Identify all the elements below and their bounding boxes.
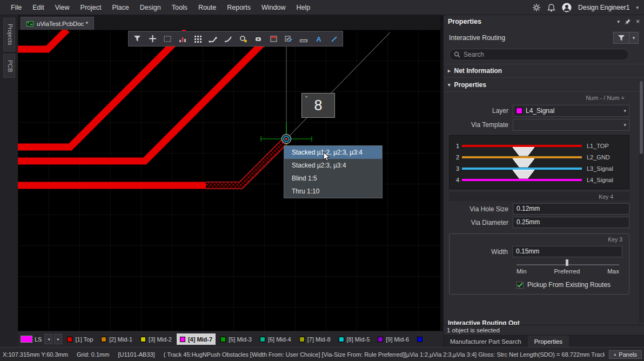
layer-tab-mid6[interactable]: [9] Mid-6 xyxy=(374,333,412,345)
width-group: Key 3 Width 0.15mm Min Preferred Max Pic… xyxy=(449,233,629,295)
menu-item-stacked-123[interactable]: Stacked µ1:2, µ2:3, µ3:4 xyxy=(284,146,382,159)
slider-preferred-label: Preferred xyxy=(554,268,580,275)
user-avatar[interactable] xyxy=(562,3,572,12)
panel-dropdown-icon[interactable]: ▾ xyxy=(617,18,620,25)
menu-project[interactable]: Project xyxy=(75,0,107,15)
route-icon xyxy=(209,35,217,43)
bell-icon[interactable] xyxy=(547,3,555,12)
section-properties[interactable]: ▾ Properties xyxy=(444,78,644,92)
layer-bar: LS ◂ ▸ [1] Top [2] Mid-1 [3] Mid-2 [4] M… xyxy=(18,331,443,347)
columns-icon xyxy=(178,35,187,43)
select-area-button[interactable] xyxy=(160,32,175,45)
pickup-checkbox[interactable]: Pickup From Existing Routes xyxy=(516,281,625,289)
current-layer-chip[interactable]: LS xyxy=(21,336,42,343)
panels-button[interactable]: ▴ Panels xyxy=(609,350,642,359)
via-diameter-input[interactable]: 0.25mm xyxy=(513,217,629,228)
rail-tab-projects[interactable]: Projects xyxy=(3,18,15,51)
layer-tab-mid2[interactable]: [3] Mid-2 xyxy=(137,333,175,345)
hatched-trace xyxy=(206,139,287,185)
menu-item-stacked-23[interactable]: Stacked µ2:3, µ3:4 xyxy=(284,159,382,172)
cursor-coordinates: X:107.315mm Y:60.3mm xyxy=(3,351,68,358)
layer-doc-button[interactable] xyxy=(266,32,280,45)
menu-view[interactable]: View xyxy=(50,0,75,15)
panel-mode-row: Interactive Routing ▾ xyxy=(444,28,644,48)
layer-dropdown[interactable]: L4_Signal ▾ xyxy=(513,105,629,117)
checkbox-checked-icon xyxy=(516,282,524,289)
layer-tab-mid3[interactable]: [5] Mid-3 xyxy=(217,333,255,345)
layer-swatch xyxy=(378,337,383,342)
text-button[interactable]: A xyxy=(312,32,326,45)
section-properties-label: Properties xyxy=(454,81,486,89)
layer-doc-icon xyxy=(270,35,278,43)
line-button[interactable] xyxy=(327,32,341,45)
width-slider-handle[interactable] xyxy=(566,259,568,266)
layer-swatch xyxy=(339,337,344,342)
select-area-icon xyxy=(163,35,172,43)
layer-color-swatch xyxy=(516,108,522,114)
filter-button[interactable] xyxy=(130,32,144,45)
search-placeholder: Search xyxy=(464,51,484,58)
filter-icon xyxy=(618,35,625,42)
route-button[interactable] xyxy=(206,32,220,45)
layer-tab-partial[interactable] xyxy=(414,333,428,345)
user-name[interactable]: Design Engineer1 xyxy=(578,4,629,11)
stack-row-2: 2 L2_GND xyxy=(452,151,626,163)
pickup-checkbox-label: Pickup From Existing Routes xyxy=(527,281,611,289)
menu-help[interactable]: Help xyxy=(291,0,316,15)
via-hole-size-input[interactable]: 0.12mm xyxy=(513,203,629,215)
close-icon[interactable]: × xyxy=(636,18,640,25)
pin-icon[interactable] xyxy=(625,18,631,25)
filter-icon xyxy=(133,35,141,42)
layer-swatch xyxy=(417,337,422,342)
menu-tools[interactable]: Tools xyxy=(166,0,193,15)
measure-button[interactable] xyxy=(297,32,311,45)
via-template-dropdown[interactable]: ▾ xyxy=(513,119,629,131)
menu-item-blind[interactable]: Blind 1:5 xyxy=(284,172,382,185)
layer-scroll-right[interactable]: ▸ xyxy=(54,334,62,344)
layer-tab-mid5[interactable]: [8] Mid-5 xyxy=(336,333,373,345)
gear-icon[interactable] xyxy=(532,3,541,12)
panel-scrollbar[interactable] xyxy=(639,81,643,323)
object-filter-dropdown[interactable]: ▾ xyxy=(629,32,639,44)
section-net-information[interactable]: ▸ Net Information xyxy=(444,64,644,78)
menu-place[interactable]: Place xyxy=(106,0,134,15)
stack-bar-2 xyxy=(462,156,582,158)
grid-button[interactable] xyxy=(191,32,205,45)
menu-design[interactable]: Design xyxy=(135,0,166,15)
via-style-button[interactable] xyxy=(236,32,250,45)
menu-route[interactable]: Route xyxy=(193,0,222,15)
pad-icon xyxy=(254,35,263,43)
search-input[interactable]: Search xyxy=(449,49,629,61)
panel-mode-label: Interactive Routing xyxy=(449,34,505,42)
route-arc-button[interactable] xyxy=(221,32,235,45)
chevron-down-icon[interactable]: ▾ xyxy=(636,5,639,10)
layer-tab-mid8[interactable]: [7] Mid-8 xyxy=(296,333,334,345)
rail-tab-pcb[interactable]: PCB xyxy=(3,54,15,78)
document-tab[interactable]: uViaTest.PcbDoc * xyxy=(21,17,94,30)
menu-window[interactable]: Window xyxy=(256,0,291,15)
via-diameter-label: Via Diameter xyxy=(444,219,513,226)
crosshair-button[interactable] xyxy=(145,32,159,45)
layer-tab-mid7[interactable]: [4] Mid-7 xyxy=(177,333,216,345)
columns-button[interactable] xyxy=(176,32,190,45)
layer-tab-top[interactable]: [1] Top xyxy=(64,333,96,345)
menu-edit[interactable]: Edit xyxy=(27,0,50,15)
pad-button[interactable] xyxy=(251,32,265,45)
width-slider[interactable]: Min Preferred Max xyxy=(516,259,619,275)
object-filter-button[interactable] xyxy=(613,32,629,44)
menu-reports[interactable]: Reports xyxy=(222,0,256,15)
layer-tab-mid1[interactable]: [2] Mid-1 xyxy=(98,333,136,345)
width-input[interactable]: 0.15mm xyxy=(512,246,622,257)
menu-item-thru[interactable]: Thru 1:10 xyxy=(284,185,382,198)
rule-edit-button[interactable] xyxy=(281,32,296,45)
layer-tab-mid4[interactable]: [6] Mid-4 xyxy=(257,333,294,345)
tab-properties[interactable]: Properties xyxy=(528,336,569,347)
menu-file[interactable]: File xyxy=(5,0,27,15)
scrollbar-thumb[interactable] xyxy=(640,81,643,154)
pcb-canvas[interactable]: A * 8 Stacked µ1:2, µ2:3, µ3:4 Stacked µ… xyxy=(18,30,440,331)
num-shortcut-hint: Num - / Num + xyxy=(444,93,644,103)
left-panel-rail: Projects PCB xyxy=(0,15,18,347)
hotkey-indicator: * 8 xyxy=(301,93,335,118)
layer-scroll-left[interactable]: ◂ xyxy=(44,334,52,344)
tab-manufacturer-part-search[interactable]: Manufacturer Part Search xyxy=(444,336,528,347)
